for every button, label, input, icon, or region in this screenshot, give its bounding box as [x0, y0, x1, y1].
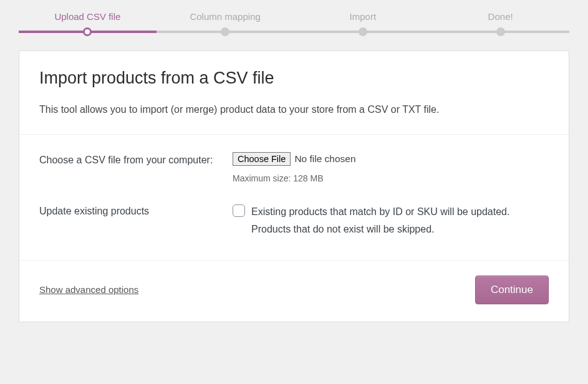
card-header: Import products from a CSV file This too…	[19, 51, 569, 134]
card-body: Choose a CSV file from your computer: Ch…	[19, 134, 569, 259]
file-label: Choose a CSV file from your computer:	[39, 152, 233, 183]
step-dot-3	[359, 27, 367, 36]
page-title: Import products from a CSV file	[39, 69, 549, 88]
continue-button[interactable]: Continue	[475, 276, 549, 304]
import-card: Import products from a CSV file This too…	[19, 50, 569, 322]
file-row: Choose a CSV file from your computer: Ch…	[39, 152, 549, 183]
file-size-hint: Maximum size: 128 MB	[233, 173, 549, 183]
card-footer: Show advanced options Continue	[19, 260, 569, 322]
update-existing-checkbox[interactable]	[233, 204, 245, 217]
step-track	[19, 31, 569, 33]
step-column-mapping: Column mapping	[157, 7, 294, 26]
file-status: No file chosen	[294, 153, 355, 164]
step-dot-2	[221, 27, 229, 36]
step-import: Import	[294, 7, 432, 26]
progress-stepper: Upload CSV file Column mapping Import Do…	[19, 7, 569, 33]
step-dot-1	[85, 29, 90, 34]
step-upload-csv[interactable]: Upload CSV file	[19, 7, 157, 26]
step-done: Done!	[431, 7, 569, 26]
update-existing-description: Existing products that match by ID or SK…	[251, 203, 549, 237]
update-existing-row: Update existing products Existing produc…	[39, 203, 549, 237]
show-advanced-link[interactable]: Show advanced options	[39, 284, 138, 295]
update-existing-label: Update existing products	[39, 203, 233, 237]
step-dot-4	[496, 27, 505, 36]
choose-file-button[interactable]: Choose File	[233, 152, 291, 166]
page-subtitle: This tool allows you to import (or merge…	[39, 103, 549, 117]
